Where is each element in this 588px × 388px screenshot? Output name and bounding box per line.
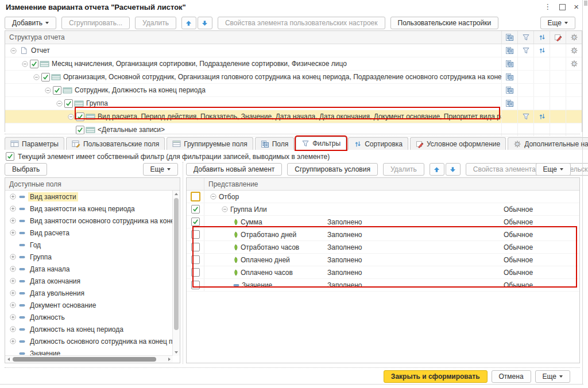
row-filter-cell[interactable] xyxy=(517,84,533,96)
more-button-footer[interactable]: Еще xyxy=(535,370,570,383)
structure-row[interactable]: Организация, Основной сотрудник, Организ… xyxy=(5,71,582,84)
select-button[interactable]: Выбрать xyxy=(5,163,47,176)
structure-row[interactable]: <Детальные записи> xyxy=(5,123,582,137)
collapse-icon[interactable] xyxy=(33,74,40,80)
available-field-item[interactable]: Дата увольнения xyxy=(5,287,173,299)
collapse-icon[interactable] xyxy=(10,48,17,54)
move-condition-up-button[interactable] xyxy=(430,163,444,176)
available-field-item[interactable]: Должность xyxy=(5,311,173,323)
scrollbar-thumb[interactable] xyxy=(13,357,156,362)
row-sort-cell[interactable] xyxy=(533,97,550,110)
available-field-item[interactable]: Дата начала xyxy=(5,263,173,275)
structure-row[interactable]: Отчет xyxy=(5,44,582,57)
row-checkbox[interactable] xyxy=(41,73,50,82)
delete-condition-button[interactable]: Удалить xyxy=(383,163,424,176)
row-settings-cell[interactable] xyxy=(566,97,582,110)
filter-condition-row[interactable]: Отработано часовЗаполненоОбычное xyxy=(187,241,579,254)
collapse-icon[interactable] xyxy=(210,193,216,200)
row-appearance-cell[interactable] xyxy=(550,57,566,70)
expand-icon[interactable] xyxy=(10,326,16,332)
row-fields-cell[interactable] xyxy=(501,110,517,123)
horizontal-scrollbar[interactable] xyxy=(5,355,173,363)
row-checkbox[interactable] xyxy=(76,126,84,134)
expand-icon[interactable] xyxy=(10,338,16,344)
expand-icon[interactable] xyxy=(10,218,16,224)
filter-condition-row[interactable]: ЗначениеЗаполненоОбычное xyxy=(187,279,579,292)
filter-condition-row[interactable]: СуммаЗаполненоОбычное xyxy=(187,216,579,228)
vertical-splitter[interactable] xyxy=(183,162,183,364)
condition-checkbox[interactable] xyxy=(191,218,200,226)
row-appearance-cell[interactable] xyxy=(550,71,566,83)
row-sort-cell[interactable] xyxy=(533,110,550,123)
scroll-left-icon[interactable] xyxy=(5,356,12,363)
available-field-item[interactable]: Должность на конец периода xyxy=(5,323,173,335)
expand-icon[interactable] xyxy=(10,230,16,236)
custom-settings-item-props-button[interactable]: Свойства элемента пользовательских настр… xyxy=(218,17,385,29)
condition-checkbox[interactable] xyxy=(191,255,200,264)
row-fields-cell[interactable] xyxy=(501,57,517,70)
available-field-item[interactable]: Должность основного сотрудника на конец … xyxy=(5,335,173,347)
scroll-up-icon[interactable] xyxy=(173,191,180,197)
row-sort-cell[interactable] xyxy=(533,71,550,83)
row-appearance-cell[interactable] xyxy=(550,97,566,110)
row-fields-cell[interactable] xyxy=(501,84,517,96)
user-settings-button[interactable]: Пользовательские настройки xyxy=(390,17,499,29)
structure-header-appearance-column[interactable] xyxy=(550,31,566,44)
more-button-top[interactable]: Еще xyxy=(540,17,575,29)
tab-settings[interactable]: Дополнительные настройки xyxy=(508,137,588,150)
available-field-item[interactable]: Группа xyxy=(5,251,173,263)
structure-header-filter-column[interactable] xyxy=(517,31,533,44)
structure-row[interactable]: Сотрудник, Должность на конец периода xyxy=(5,84,582,97)
tab-appearance[interactable]: Условное оформление xyxy=(410,137,506,150)
filter-condition-row[interactable]: Оплачено днейЗаполненоОбычное xyxy=(187,254,579,266)
row-settings-cell[interactable] xyxy=(566,57,582,70)
add-button[interactable]: Добавить xyxy=(5,17,56,29)
structure-header-settings-column[interactable] xyxy=(566,31,582,44)
row-appearance-cell[interactable] xyxy=(550,84,566,96)
close-and-generate-button[interactable]: Закрыть и сформировать xyxy=(384,370,488,383)
filter-condition-row[interactable]: Группа ИлиОбычное xyxy=(187,203,579,216)
move-condition-down-button[interactable] xyxy=(446,163,461,176)
collapse-icon[interactable] xyxy=(45,87,51,94)
scrollbar-thumb[interactable] xyxy=(174,198,179,330)
maximize-icon[interactable] xyxy=(559,4,566,10)
row-settings-cell[interactable] xyxy=(566,84,582,96)
available-field-item[interactable]: Вид занятости на конец периода xyxy=(5,203,173,215)
available-field-item[interactable]: Вид занятости основного сотрудника на ко… xyxy=(5,215,173,227)
row-fields-cell[interactable] xyxy=(501,71,517,83)
row-filter-cell[interactable] xyxy=(517,110,533,123)
row-checkbox[interactable] xyxy=(53,86,61,95)
row-filter-cell[interactable] xyxy=(517,44,533,57)
collapse-icon[interactable] xyxy=(56,100,63,107)
row-settings-cell[interactable] xyxy=(566,44,582,57)
group-conditions-button[interactable]: Сгруппировать условия xyxy=(287,163,378,176)
row-settings-cell[interactable] xyxy=(566,71,582,83)
condition-checkbox[interactable] xyxy=(191,268,200,277)
expand-icon[interactable] xyxy=(10,302,16,308)
scroll-right-icon[interactable] xyxy=(166,356,173,363)
row-sort-cell[interactable] xyxy=(533,84,550,96)
filter-condition-row[interactable]: Отбор xyxy=(187,191,579,203)
row-filter-cell[interactable] xyxy=(517,71,533,83)
expand-icon[interactable] xyxy=(10,193,16,200)
available-field-item[interactable]: Год xyxy=(5,239,173,251)
delete-button[interactable]: Удалить xyxy=(135,17,176,29)
move-down-button[interactable] xyxy=(198,17,212,29)
row-sort-cell[interactable] xyxy=(533,57,550,70)
condition-checkbox[interactable] xyxy=(191,205,200,214)
tab-filter[interactable]: Фильтры xyxy=(296,137,346,150)
collapse-icon[interactable] xyxy=(222,206,228,212)
row-checkbox[interactable] xyxy=(64,99,73,108)
row-appearance-cell[interactable] xyxy=(550,110,566,123)
collapse-icon[interactable] xyxy=(22,61,28,67)
condition-checkbox[interactable] xyxy=(191,243,200,251)
tab-userfields[interactable]: Пользовательские поля xyxy=(66,137,165,150)
expand-icon[interactable] xyxy=(10,314,16,320)
window-menu-icon[interactable]: ⋮ xyxy=(544,3,551,11)
cancel-button[interactable]: Отмена xyxy=(492,370,531,383)
condition-checkbox[interactable] xyxy=(191,281,200,289)
row-sort-cell[interactable] xyxy=(533,44,550,57)
filter-condition-row[interactable]: Оплачено часовЗаполненоОбычное xyxy=(187,266,579,279)
available-field-item[interactable]: Значение xyxy=(5,347,173,356)
row-settings-cell[interactable] xyxy=(566,110,582,123)
